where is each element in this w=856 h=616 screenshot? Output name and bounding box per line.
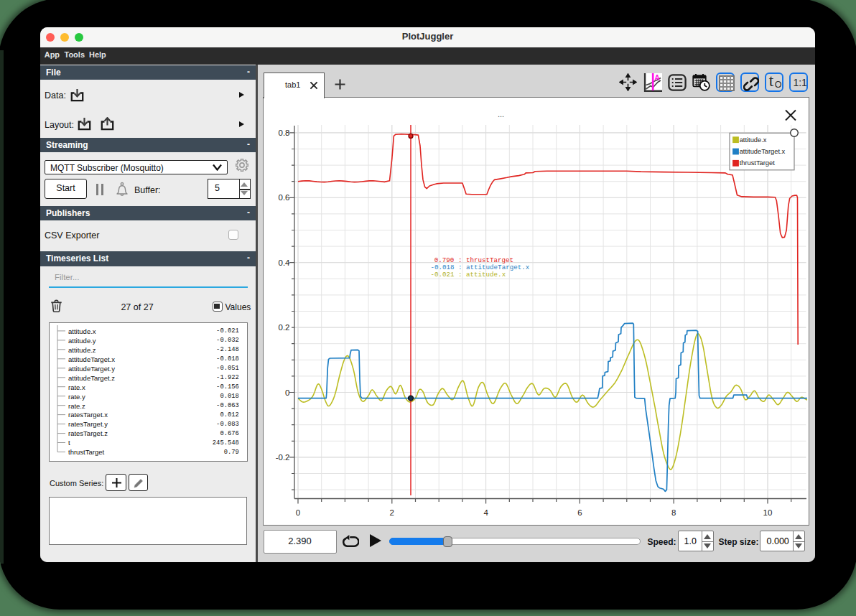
svg-text:0.6: 0.6 [279, 193, 290, 202]
svg-text:6: 6 [577, 508, 582, 517]
svg-text:0: 0 [285, 388, 289, 397]
svg-text:0: 0 [296, 508, 300, 517]
svg-text:thrustTarget: thrustTarget [740, 159, 776, 167]
svg-text:A: A [654, 73, 660, 82]
svg-text:8: 8 [671, 508, 676, 517]
svg-text:0.2: 0.2 [279, 323, 290, 332]
svg-text:attitude.x: attitude.x [740, 136, 767, 144]
svg-text:-0.021 : attitude.x: -0.021 : attitude.x [430, 271, 506, 279]
svg-text:4: 4 [483, 508, 488, 517]
svg-text:0.8: 0.8 [279, 129, 290, 137]
svg-text:attitudeTarget.x: attitudeTarget.x [740, 148, 786, 155]
svg-text:2: 2 [390, 508, 394, 517]
svg-text:0.4: 0.4 [279, 258, 291, 267]
svg-text:...: ... [498, 110, 504, 118]
svg-text:-0.2: -0.2 [276, 453, 290, 462]
svg-text:10: 10 [763, 508, 773, 517]
